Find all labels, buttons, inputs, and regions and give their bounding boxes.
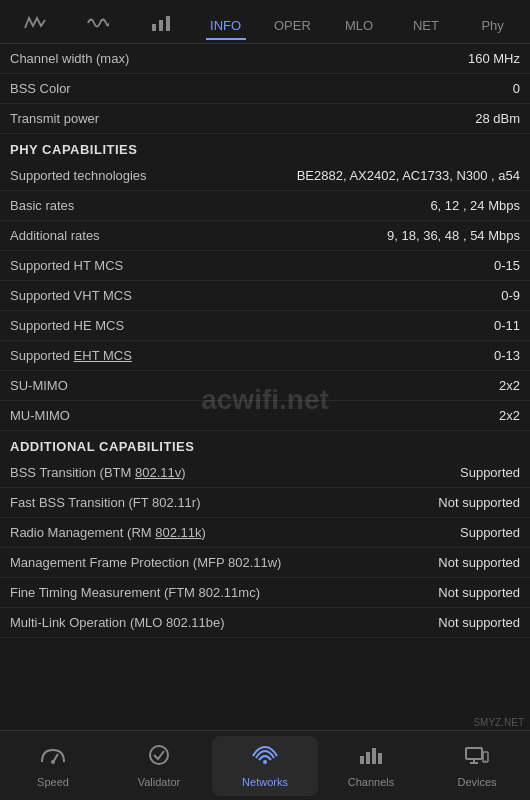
networks-icon <box>252 744 278 772</box>
nav-channels[interactable]: Channels <box>318 736 424 796</box>
svg-rect-10 <box>378 753 382 764</box>
row-basic-rates: Basic rates 6, 12 , 24 Mbps <box>0 191 530 221</box>
tab-phy[interactable]: Phy <box>459 12 526 39</box>
row-vht-mcs: Supported VHT MCS 0-9 <box>0 281 530 311</box>
tab-mlo[interactable]: MLO <box>326 12 393 39</box>
value-he-mcs: 0-11 <box>124 318 520 333</box>
row-ht-mcs: Supported HT MCS 0-15 <box>0 251 530 281</box>
row-radio-mgmt: Radio Management (RM 802.11k) Supported <box>0 518 530 548</box>
value-channel-width: 160 MHz <box>129 51 520 66</box>
svg-point-6 <box>263 760 267 764</box>
label-vht-mcs: Supported VHT MCS <box>10 288 132 303</box>
label-basic-rates: Basic rates <box>10 198 74 213</box>
svg-point-5 <box>150 746 168 764</box>
label-he-mcs: Supported HE MCS <box>10 318 124 333</box>
value-supported-tech: BE2882, AX2402, AC1733, N300 , a54 <box>147 168 520 183</box>
value-ht-mcs: 0-15 <box>123 258 520 273</box>
row-mfp: Management Frame Protection (MFP 802.11w… <box>0 548 530 578</box>
label-additional-rates: Additional rates <box>10 228 100 243</box>
svg-rect-11 <box>466 748 482 759</box>
section-additional: ADDITIONAL CAPABILITIES <box>0 431 530 458</box>
nav-networks[interactable]: Networks <box>212 736 318 796</box>
label-ftm: Fine Timing Measurement (FTM 802.11mc) <box>10 585 260 600</box>
tab-icon-zigzag[interactable] <box>4 8 67 43</box>
bottom-nav: Speed Validator Networks <box>0 730 530 800</box>
label-eht-mcs: Supported EHT MCS <box>10 348 132 363</box>
svg-point-4 <box>51 760 55 764</box>
nav-label-validator: Validator <box>138 776 181 788</box>
value-additional-rates: 9, 18, 36, 48 , 54 Mbps <box>100 228 520 243</box>
devices-icon <box>464 744 490 772</box>
value-eht-mcs: 0-13 <box>132 348 520 363</box>
tab-icon-wave[interactable] <box>67 8 130 43</box>
value-mlo: Not supported <box>225 615 520 630</box>
channels-icon <box>358 744 384 772</box>
value-vht-mcs: 0-9 <box>132 288 520 303</box>
value-bss-color: 0 <box>71 81 520 96</box>
svg-rect-9 <box>372 748 376 764</box>
nav-label-speed: Speed <box>37 776 69 788</box>
section-phy: PHY CAPABILITIES <box>0 134 530 161</box>
tab-icon-bar[interactable] <box>130 8 193 43</box>
nav-label-devices: Devices <box>457 776 496 788</box>
tab-oper[interactable]: OPER <box>259 12 326 39</box>
svg-rect-8 <box>366 752 370 764</box>
content-area: Channel width (max) 160 MHz BSS Color 0 … <box>0 44 530 718</box>
value-basic-rates: 6, 12 , 24 Mbps <box>74 198 520 213</box>
nav-speed[interactable]: Speed <box>0 736 106 796</box>
label-bss-transition: BSS Transition (BTM 802.11v) <box>10 465 186 480</box>
label-bss-color: BSS Color <box>10 81 71 96</box>
row-mlo: Multi-Link Operation (MLO 802.11be) Not … <box>0 608 530 638</box>
label-mlo: Multi-Link Operation (MLO 802.11be) <box>10 615 225 630</box>
value-ftm: Not supported <box>260 585 520 600</box>
row-transmit-power: Transmit power 28 dBm <box>0 104 530 134</box>
row-he-mcs: Supported HE MCS 0-11 <box>0 311 530 341</box>
tab-net[interactable]: NET <box>393 12 460 39</box>
value-transmit-power: 28 dBm <box>99 111 520 126</box>
row-channel-width: Channel width (max) 160 MHz <box>0 44 530 74</box>
nav-devices[interactable]: Devices <box>424 736 530 796</box>
smyz-label: SMYZ.NET <box>473 717 524 728</box>
value-fast-bss: Not supported <box>201 495 521 510</box>
row-ftm: Fine Timing Measurement (FTM 802.11mc) N… <box>0 578 530 608</box>
row-bss-transition: BSS Transition (BTM 802.11v) Supported <box>0 458 530 488</box>
svg-rect-7 <box>360 756 364 764</box>
label-ht-mcs: Supported HT MCS <box>10 258 123 273</box>
top-tab-bar: INFO OPER MLO NET Phy <box>0 0 530 44</box>
nav-validator[interactable]: Validator <box>106 736 212 796</box>
nav-label-networks: Networks <box>242 776 288 788</box>
validator-icon <box>146 744 172 772</box>
row-fast-bss: Fast BSS Transition (FT 802.11r) Not sup… <box>0 488 530 518</box>
nav-label-channels: Channels <box>348 776 394 788</box>
value-mfp: Not supported <box>281 555 520 570</box>
row-mu-mimo: MU-MIMO 2x2 <box>0 401 530 431</box>
label-su-mimo: SU-MIMO <box>10 378 68 393</box>
label-channel-width: Channel width (max) <box>10 51 129 66</box>
svg-rect-2 <box>166 16 170 31</box>
value-bss-transition: Supported <box>186 465 520 480</box>
svg-rect-1 <box>159 20 163 31</box>
tab-info[interactable]: INFO <box>192 12 259 39</box>
svg-rect-0 <box>152 24 156 31</box>
label-supported-tech: Supported technologies <box>10 168 147 183</box>
row-eht-mcs: Supported EHT MCS 0-13 <box>0 341 530 371</box>
row-bss-color: BSS Color 0 <box>0 74 530 104</box>
label-mfp: Management Frame Protection (MFP 802.11w… <box>10 555 281 570</box>
value-radio-mgmt: Supported <box>206 525 520 540</box>
label-mu-mimo: MU-MIMO <box>10 408 70 423</box>
value-su-mimo: 2x2 <box>68 378 520 393</box>
row-su-mimo: SU-MIMO 2x2 <box>0 371 530 401</box>
label-radio-mgmt: Radio Management (RM 802.11k) <box>10 525 206 540</box>
label-transmit-power: Transmit power <box>10 111 99 126</box>
value-mu-mimo: 2x2 <box>70 408 520 423</box>
speed-icon <box>40 744 66 772</box>
label-fast-bss: Fast BSS Transition (FT 802.11r) <box>10 495 201 510</box>
row-additional-rates: Additional rates 9, 18, 36, 48 , 54 Mbps <box>0 221 530 251</box>
row-supported-tech: Supported technologies BE2882, AX2402, A… <box>0 161 530 191</box>
svg-point-15 <box>485 760 487 762</box>
